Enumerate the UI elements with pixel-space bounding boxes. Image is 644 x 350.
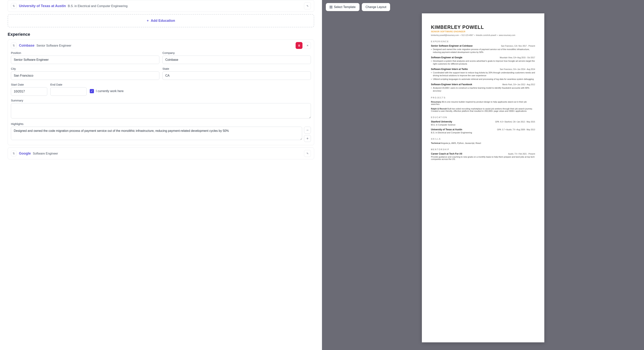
state-input[interactable] — [162, 71, 311, 80]
section-mentorship: MENTORSHIP — [431, 149, 535, 151]
pencil-icon: ✎ — [306, 152, 308, 155]
section-skills: SKILLS — [431, 138, 535, 140]
state-label: State — [162, 67, 311, 70]
city-input[interactable] — [11, 71, 159, 80]
project-entry: Ralph & Recruit Built two-sided recruiti… — [431, 108, 535, 112]
city-label: City — [11, 67, 159, 70]
grid-icon — [330, 6, 332, 8]
edit-button[interactable]: ✎ — [304, 2, 311, 9]
change-layout-button[interactable]: Change Layout — [362, 3, 390, 11]
select-template-label: Select Template — [334, 5, 356, 9]
drag-handle-icon[interactable]: ⇅ — [11, 43, 17, 48]
mentorship-entry: Career Coach at Tech For All Austin, TX … — [431, 153, 535, 160]
education-title: University of Texas at Austin — [19, 4, 66, 8]
experience-title: Coinbase — [19, 43, 34, 47]
experience-entry: Software Engineer Intern at FacebookMenl… — [431, 83, 535, 92]
remove-highlight-button[interactable]: − — [304, 127, 311, 134]
add-education-button[interactable]: + Add Education — [8, 14, 314, 27]
experience-card-coinbase: ⇅ Coinbase Senior Software Engineer 🗑 ✕ … — [8, 39, 314, 145]
experience-card-google: ⇅ Google Software Engineer ✎ — [8, 148, 314, 159]
end-date-input[interactable] — [50, 87, 87, 96]
minus-icon: − — [306, 128, 308, 132]
experience-subtitle: Software Engineer — [33, 152, 58, 155]
select-template-button[interactable]: Select Template — [326, 3, 360, 11]
section-experience: EXPERIENCE — [431, 40, 535, 43]
resume-name: KIMBERLEY POWELL — [431, 24, 535, 30]
section-projects: PROJECTS — [431, 97, 535, 99]
editor-panel: ⇅ University of Texas at Austin B.S. in … — [0, 0, 322, 350]
skills-entry: Technical Angular.js, AWS, Python, Javas… — [431, 142, 535, 144]
experience-heading: Experience — [8, 32, 314, 37]
resume-preview: KIMBERLEY POWELL SENIOR SOFTWARE ENGINEE… — [422, 13, 544, 342]
education-subtitle: B.S. in Electrical and Computer Engineer… — [68, 4, 128, 8]
collapse-button[interactable]: ✕ — [304, 42, 311, 49]
resume-contact: kimberley.powell@resumary.com•512-123-45… — [431, 34, 535, 36]
trash-icon: 🗑 — [298, 44, 300, 47]
add-highlight-button[interactable]: + — [304, 135, 311, 142]
preview-panel: Select Template Change Layout KIMBERLEY … — [322, 0, 644, 350]
section-education: EDUCATION — [431, 116, 535, 118]
add-education-label: Add Education — [151, 19, 175, 22]
project-entry: Resumary All-in-one resume builder inspi… — [431, 101, 535, 105]
end-date-label: End Date — [50, 83, 87, 86]
change-layout-label: Change Layout — [366, 5, 386, 9]
summary-textarea[interactable] — [11, 103, 311, 118]
plus-icon: + — [306, 136, 308, 141]
experience-subtitle: Senior Software Engineer — [36, 44, 71, 47]
company-label: Company — [162, 51, 311, 54]
start-date-input[interactable] — [11, 87, 47, 96]
currently-work-label: I currently work here — [96, 89, 124, 93]
summary-label: Summary — [11, 99, 311, 102]
drag-handle-icon[interactable]: ⇅ — [11, 151, 17, 156]
position-input[interactable] — [11, 56, 159, 64]
delete-button[interactable]: 🗑 — [296, 42, 302, 49]
education-card-ut: ⇅ University of Texas at Austin B.S. in … — [8, 0, 314, 12]
plus-icon: + — [147, 19, 149, 22]
highlights-label: Highlights — [11, 122, 311, 126]
close-icon: ✕ — [306, 44, 308, 47]
start-date-label: Start Date — [11, 83, 47, 86]
experience-entry: Senior Software Engineer at CoinbaseSan … — [431, 44, 535, 54]
experience-entry: Software Engineer at GoogleMountain View… — [431, 56, 535, 65]
edit-button[interactable]: ✎ — [304, 150, 311, 157]
experience-title: Google — [19, 152, 31, 155]
company-input[interactable] — [162, 56, 311, 64]
currently-work-checkbox[interactable]: ✓ — [90, 89, 94, 93]
highlight-textarea[interactable]: Designed and owned the code migration pr… — [11, 127, 302, 140]
resume-jobtitle: SENIOR SOFTWARE ENGINEER — [431, 30, 535, 33]
drag-handle-icon[interactable]: ⇅ — [11, 3, 17, 9]
position-label: Position — [11, 51, 159, 54]
check-icon: ✓ — [91, 90, 93, 93]
education-entry: University of Texas at AustinGPA: 3.7 • … — [431, 128, 535, 134]
pencil-icon: ✎ — [306, 4, 308, 7]
experience-entry: Software Engineer Intern at TwilioSan Fr… — [431, 68, 535, 81]
education-entry: Stanford UniversityGPA: 4.0 • Stanford, … — [431, 120, 535, 126]
